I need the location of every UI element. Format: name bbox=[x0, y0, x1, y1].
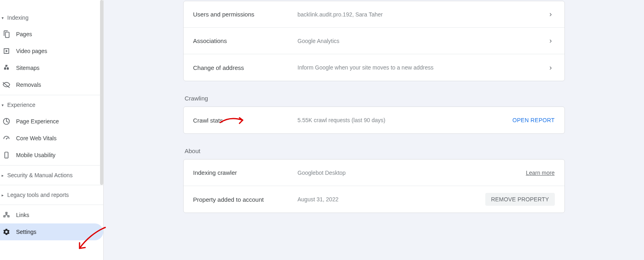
sidebar-section-experience[interactable]: ▾ Experience bbox=[0, 97, 103, 113]
sitemaps-icon bbox=[2, 64, 10, 72]
remove-property-button[interactable]: REMOVE PROPERTY bbox=[485, 193, 554, 206]
general-card: Users and permissions backlink.audit.pro… bbox=[183, 1, 565, 81]
row-property-added: Property added to account August 31, 202… bbox=[184, 186, 564, 213]
chevron-right-icon: › bbox=[547, 37, 555, 45]
row-label: Associations bbox=[193, 37, 298, 44]
core-web-vitals-icon bbox=[2, 134, 10, 142]
caret-down-icon: ▾ bbox=[2, 16, 6, 20]
removals-icon bbox=[2, 81, 10, 89]
row-label: Crawl stats bbox=[193, 117, 298, 124]
sidebar: ▾ Indexing Pages Video pages Sitemaps Re… bbox=[0, 0, 104, 260]
section-title-about: About bbox=[183, 137, 565, 159]
sidebar-item-label: Settings bbox=[16, 229, 37, 235]
gear-icon bbox=[2, 228, 10, 236]
sidebar-scrollbar[interactable] bbox=[100, 0, 103, 185]
sidebar-section-label: Security & Manual Actions bbox=[7, 172, 73, 178]
learn-more-link[interactable]: Learn more bbox=[526, 170, 555, 176]
sidebar-item-label: Video pages bbox=[16, 48, 47, 54]
video-pages-icon bbox=[2, 47, 10, 55]
row-value: Inform Google when your site moves to a … bbox=[298, 64, 547, 71]
sidebar-section-label: Experience bbox=[7, 102, 35, 108]
sidebar-item-sitemaps[interactable]: Sitemaps bbox=[0, 59, 103, 76]
row-value: August 31, 2022 bbox=[298, 196, 486, 203]
svg-point-3 bbox=[6, 157, 7, 158]
sidebar-section-indexing[interactable]: ▾ Indexing bbox=[0, 10, 103, 26]
chevron-right-icon: › bbox=[547, 10, 555, 18]
row-value: backlink.audit.pro.192, Sara Taher bbox=[298, 11, 547, 18]
pages-icon bbox=[2, 30, 10, 38]
open-report-button[interactable]: OPEN REPORT bbox=[513, 117, 555, 123]
page-experience-icon bbox=[2, 117, 10, 125]
row-indexing-crawler: Indexing crawler Googlebot Desktop Learn… bbox=[184, 160, 564, 186]
row-label: Indexing crawler bbox=[193, 169, 298, 176]
divider bbox=[0, 205, 103, 205]
sidebar-item-label: Sitemaps bbox=[16, 65, 39, 71]
row-label: Change of address bbox=[193, 64, 298, 71]
chevron-right-icon: › bbox=[547, 63, 555, 72]
crawling-card: Crawl stats 5.55K crawl requests (last 9… bbox=[183, 106, 565, 134]
row-associations[interactable]: Associations Google Analytics › bbox=[184, 28, 564, 54]
row-value: Google Analytics bbox=[298, 38, 547, 44]
row-label: Property added to account bbox=[193, 196, 298, 203]
row-crawl-stats[interactable]: Crawl stats 5.55K crawl requests (last 9… bbox=[184, 107, 564, 133]
sidebar-item-video-pages[interactable]: Video pages bbox=[0, 43, 103, 59]
about-card: Indexing crawler Googlebot Desktop Learn… bbox=[183, 159, 565, 213]
sidebar-item-label: Pages bbox=[16, 31, 32, 37]
sidebar-item-removals[interactable]: Removals bbox=[0, 76, 103, 93]
sidebar-item-label: Core Web Vitals bbox=[16, 135, 57, 141]
links-icon bbox=[2, 211, 10, 219]
caret-down-icon: ▾ bbox=[2, 103, 6, 107]
section-title-crawling: Crawling bbox=[183, 84, 565, 106]
caret-right-icon: ▸ bbox=[2, 173, 6, 178]
sidebar-item-core-web-vitals[interactable]: Core Web Vitals bbox=[0, 130, 103, 147]
sidebar-item-links[interactable]: Links bbox=[0, 207, 103, 223]
row-value: 5.55K crawl requests (last 90 days) bbox=[298, 117, 513, 123]
sidebar-item-settings[interactable]: Settings bbox=[0, 223, 103, 240]
mobile-usability-icon bbox=[2, 151, 10, 159]
sidebar-item-label: Mobile Usability bbox=[16, 152, 55, 158]
sidebar-item-pages[interactable]: Pages bbox=[0, 26, 103, 43]
divider bbox=[0, 165, 103, 166]
divider bbox=[0, 185, 103, 185]
caret-right-icon: ▸ bbox=[2, 193, 6, 197]
row-value: Googlebot Desktop bbox=[298, 170, 526, 176]
sidebar-item-mobile-usability[interactable]: Mobile Usability bbox=[0, 147, 103, 164]
sidebar-section-label: Legacy tools and reports bbox=[7, 192, 69, 198]
main-content: Users and permissions backlink.audit.pro… bbox=[104, 0, 644, 260]
divider bbox=[0, 95, 103, 95]
row-change-of-address[interactable]: Change of address Inform Google when you… bbox=[184, 54, 564, 81]
sidebar-item-label: Page Experience bbox=[16, 118, 59, 125]
row-label: Users and permissions bbox=[193, 11, 298, 18]
sidebar-item-label: Removals bbox=[16, 82, 41, 88]
sidebar-section-legacy[interactable]: ▸ Legacy tools and reports bbox=[0, 187, 103, 203]
sidebar-item-page-experience[interactable]: Page Experience bbox=[0, 113, 103, 130]
sidebar-item-label: Links bbox=[16, 212, 29, 218]
sidebar-section-label: Indexing bbox=[7, 14, 29, 21]
row-users-permissions[interactable]: Users and permissions backlink.audit.pro… bbox=[184, 1, 564, 28]
sidebar-section-security[interactable]: ▸ Security & Manual Actions bbox=[0, 167, 103, 183]
